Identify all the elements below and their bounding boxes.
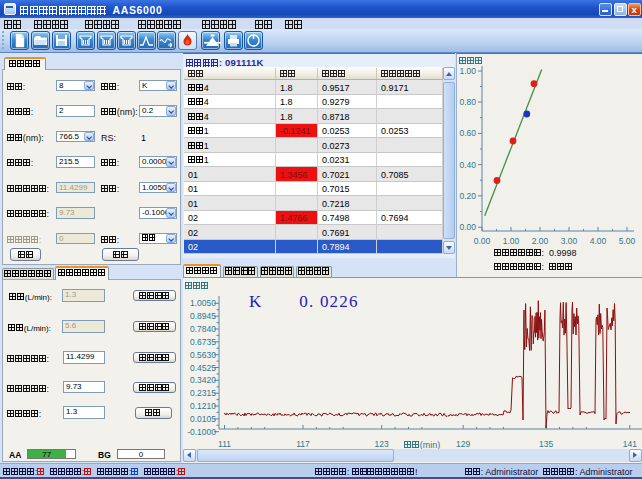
svg-text:4.00: 4.00	[590, 236, 607, 246]
svg-text:5.00: 5.00	[619, 236, 636, 246]
svg-text:2.00: 2.00	[532, 236, 549, 246]
svg-text:0.00: 0.00	[474, 236, 491, 246]
svg-text:3.00: 3.00	[561, 236, 578, 246]
svg-text:1.00: 1.00	[459, 66, 476, 76]
svg-text:0.80: 0.80	[459, 97, 476, 107]
svg-text:0.60: 0.60	[459, 128, 476, 138]
svg-text:0.20: 0.20	[459, 191, 476, 201]
svg-text:0.00: 0.00	[459, 222, 476, 232]
svg-text:0.40: 0.40	[459, 160, 476, 170]
svg-text:1.00: 1.00	[503, 236, 520, 246]
